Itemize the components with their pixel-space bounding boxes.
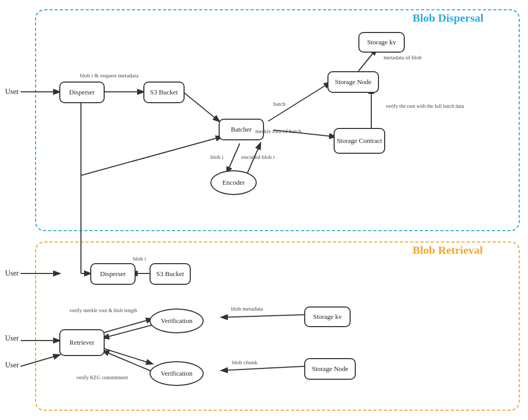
verification-bottom-ellipse: Verification [150,361,204,386]
blob-retrieval-title: Blob Retrieval [412,244,483,257]
s3-bucket-bottom-box: S3 Bucket [150,263,191,285]
storage-kv-bottom-box: Storage kv [304,306,351,327]
merkle-root-label: merkle root of batch [255,128,302,134]
disperser-bottom-box: Disperser [90,263,136,285]
user-top-label: User [5,88,19,96]
verify-merkle-label: verify merkle root & blob length [70,308,137,313]
metadata-blob-label: metadata of blob [384,54,422,60]
blob-dispersal-title: Blob Dispersal [412,11,484,25]
user-bottom-disperser-label: User [5,269,19,278]
diagram-container: Blob Dispersal Blob Retrieval [0,0,528,420]
blob-i-top-label: blob i [210,154,223,160]
verification-top-ellipse: Verification [150,309,204,333]
verify-root-label: verify the root with the full batch data [386,103,464,109]
batch-label: batch [273,101,286,107]
blob-request-label: blob i & request metadata [80,72,139,78]
disperser-top-box: Disperser [59,82,105,103]
blob-chunk-label: blob chunk [232,359,257,365]
s3-bucket-top-box: S3 Bucket [143,82,185,103]
storage-kv-top-box: Storage kv [358,32,405,53]
user-bottom-label: User [5,361,19,369]
storage-contract-box: Storage Contract [334,128,385,154]
encoder-ellipse: Encoder [210,170,257,195]
retriever-box: Retriever [59,329,105,356]
blob-dispersal-border [35,9,520,231]
storage-node-top-box: Storage Node [327,71,379,93]
user-retriever-label: User [5,334,19,343]
storage-node-bottom-box: Storage Node [304,358,356,380]
verify-kzg-label: verify KZG commitment [76,375,128,380]
blob-metadata-label: blob metadata [231,305,263,312]
encoded-blob-label: encoded blob i [241,154,275,160]
blob-i-bottom-label: blob i [133,255,146,262]
